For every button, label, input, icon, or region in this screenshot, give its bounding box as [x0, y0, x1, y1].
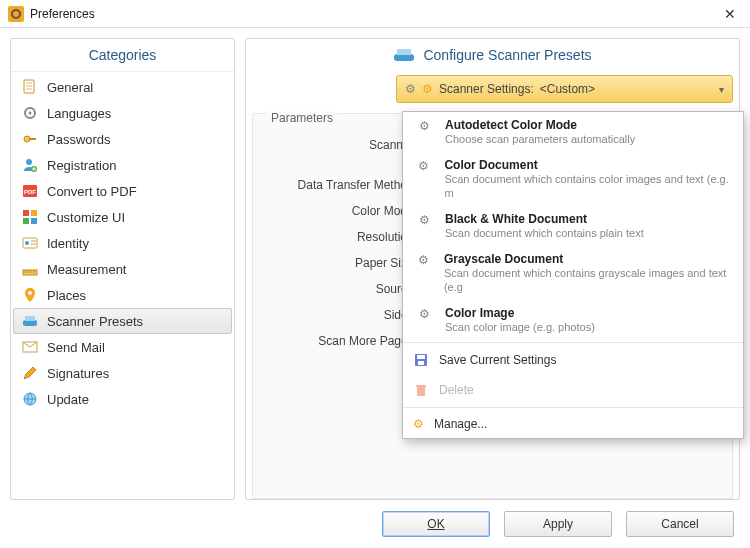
scanner-settings-dropdown[interactable]: ⚙ ⚙ Scanner Settings: <Custom> ▾ [396, 75, 733, 103]
apply-button[interactable]: Apply [504, 511, 612, 537]
sidebar-item-label: Measurement [47, 262, 126, 277]
preset-color-document[interactable]: ⚙ Color DocumentScan document which cont… [403, 152, 743, 206]
close-button[interactable]: ✕ [718, 4, 742, 24]
sidebar-item-registration[interactable]: Registration [13, 152, 232, 178]
svg-rect-18 [25, 316, 35, 321]
title-bar: Preferences ✕ [0, 0, 750, 28]
sidebar-item-update[interactable]: Update [13, 386, 232, 412]
preset-title: Black & White Document [445, 212, 644, 226]
sidebar-item-convert-pdf[interactable]: PDF Convert to PDF [13, 178, 232, 204]
scanner-header-icon [393, 47, 415, 63]
sidebar-item-label: Languages [47, 106, 111, 121]
sidebar-item-identity[interactable]: Identity [13, 230, 232, 256]
svg-point-14 [25, 241, 29, 245]
svg-rect-22 [397, 49, 411, 55]
page-icon [21, 78, 39, 96]
svg-rect-9 [23, 210, 29, 216]
id-icon [21, 234, 39, 252]
preset-bw-document[interactable]: ⚙ Black & White DocumentScan document wh… [403, 206, 743, 246]
sidebar-item-languages[interactable]: Languages [13, 100, 232, 126]
svg-rect-25 [418, 361, 424, 365]
gears-icon: ⚙ [413, 212, 435, 227]
param-label: Scan More Pages: [263, 334, 423, 348]
key-icon [21, 130, 39, 148]
preset-autodetect[interactable]: ⚙ Autodetect Color ModeChoose scan param… [403, 112, 743, 152]
menu-manage[interactable]: ⚙ Manage... [403, 410, 743, 438]
configure-panel: Configure Scanner Presets ⚙ ⚙ Scanner Se… [245, 38, 740, 500]
sidebar-item-label: Scanner Presets [47, 314, 143, 329]
settings-bar-value: <Custom> [540, 82, 595, 96]
menu-delete: Delete [403, 375, 743, 405]
preset-desc: Choose scan parameters automatically [445, 133, 635, 145]
preset-desc: Scan document which contains color image… [444, 173, 728, 199]
categories-panel: Categories General Languages Passwords R… [10, 38, 235, 500]
gears-icon: ⚙ [413, 417, 424, 431]
chevron-down-icon: ▾ [719, 84, 724, 95]
pin-icon [21, 286, 39, 304]
preset-desc: Scan document which contains grayscale i… [444, 267, 727, 293]
ok-label: OK [427, 517, 444, 531]
preset-title: Color Image [445, 306, 595, 320]
gears-icon: ⚙ [413, 158, 434, 173]
sidebar-item-places[interactable]: Places [13, 282, 232, 308]
categories-list: General Languages Passwords Registration… [11, 71, 234, 499]
save-icon [413, 352, 429, 368]
svg-point-5 [26, 159, 32, 165]
sidebar-item-send-mail[interactable]: Send Mail [13, 334, 232, 360]
gear-orange-icon: ⚙ [422, 82, 433, 96]
pdf-icon: PDF [21, 182, 39, 200]
param-label: Resolution: [263, 230, 423, 244]
sidebar-item-measurement[interactable]: Measurement [13, 256, 232, 282]
menu-action-label: Save Current Settings [439, 353, 556, 367]
preset-title: Grayscale Document [444, 252, 733, 266]
svg-rect-12 [31, 218, 37, 224]
sidebar-item-passwords[interactable]: Passwords [13, 126, 232, 152]
sidebar-item-label: Passwords [47, 132, 111, 147]
param-label: Data Transfer Method: [263, 178, 423, 192]
svg-rect-27 [416, 385, 426, 387]
svg-rect-26 [417, 387, 425, 396]
sidebar-item-customize-ui[interactable]: Customize UI [13, 204, 232, 230]
menu-action-label: Delete [439, 383, 474, 397]
dialog-footer: OK Apply Cancel [0, 500, 750, 548]
param-label: Source: [263, 282, 423, 296]
svg-text:PDF: PDF [24, 189, 36, 195]
trash-icon [413, 382, 429, 398]
configure-header: Configure Scanner Presets [423, 47, 591, 63]
menu-save-settings[interactable]: Save Current Settings [403, 345, 743, 375]
ok-button[interactable]: OK [382, 511, 490, 537]
sidebar-item-label: Registration [47, 158, 116, 173]
svg-rect-21 [394, 54, 414, 61]
user-plus-icon [21, 156, 39, 174]
param-label: Scanner: [263, 138, 423, 152]
gear-icon [21, 104, 39, 122]
param-label: Color Mode: [263, 204, 423, 218]
scanner-settings-menu: ⚙ Autodetect Color ModeChoose scan param… [402, 111, 744, 439]
envelope-icon [21, 338, 39, 356]
gears-icon: ⚙ [413, 118, 435, 133]
sidebar-item-label: Identity [47, 236, 89, 251]
preset-desc: Scan color image (e.g. photos) [445, 321, 595, 333]
sidebar-item-signatures[interactable]: Signatures [13, 360, 232, 386]
preset-grayscale-document[interactable]: ⚙ Grayscale DocumentScan document which … [403, 246, 743, 300]
preset-color-image[interactable]: ⚙ Color ImageScan color image (e.g. phot… [403, 300, 743, 340]
sidebar-item-label: Signatures [47, 366, 109, 381]
svg-point-16 [28, 291, 32, 295]
sidebar-item-label: General [47, 80, 93, 95]
svg-rect-10 [31, 210, 37, 216]
window-title: Preferences [30, 7, 95, 21]
globe-icon [21, 390, 39, 408]
cancel-button[interactable]: Cancel [626, 511, 734, 537]
sidebar-item-label: Send Mail [47, 340, 105, 355]
sidebar-item-label: Update [47, 392, 89, 407]
pen-icon [21, 364, 39, 382]
parameters-legend: Parameters [267, 111, 337, 125]
gear-icon: ⚙ [405, 82, 416, 96]
menu-separator [403, 407, 743, 408]
sidebar-item-general[interactable]: General [13, 74, 232, 100]
gears-icon: ⚙ [413, 252, 434, 267]
grid-icon [21, 208, 39, 226]
sidebar-item-scanner-presets[interactable]: Scanner Presets [13, 308, 232, 334]
menu-action-label: Manage... [434, 417, 487, 431]
preset-desc: Scan document which contains plain text [445, 227, 644, 239]
